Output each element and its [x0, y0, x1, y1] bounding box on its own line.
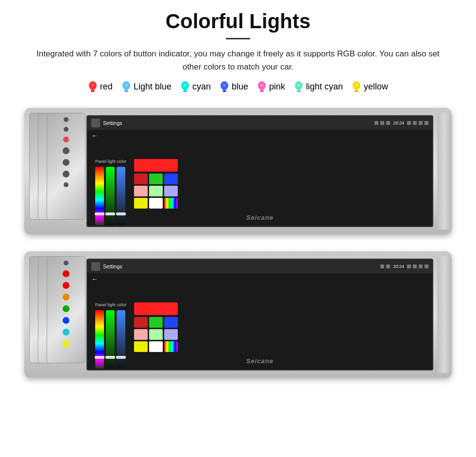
- red-bulb-icon: [88, 80, 98, 93]
- swatch-lightgreen: [149, 186, 163, 196]
- screen-icons-3: [380, 264, 390, 268]
- svg-rect-10: [183, 91, 187, 92]
- screen-2: Settings 20:24 ←: [86, 259, 433, 370]
- swatch-top-row-2: [134, 302, 178, 315]
- swatch-rainbow: [164, 198, 178, 209]
- swatch-white-2: [149, 341, 163, 352]
- screen-left-panel-2: Panel light color: [95, 302, 126, 369]
- icon-dot-4: [407, 121, 411, 125]
- svg-point-7: [125, 84, 128, 87]
- yellow-bulb-icon: [352, 80, 361, 93]
- swatch-blue-2: [164, 317, 178, 328]
- screen-right-swatches-2: [134, 302, 178, 369]
- rgb-slider-full: [95, 167, 104, 225]
- btn-rst-2c: [63, 270, 69, 277]
- btn-extra-3: [64, 182, 68, 187]
- swatch-yellow: [134, 198, 148, 209]
- device-row-2: Settings 20:24 ←: [19, 245, 457, 384]
- panel-light-label-1: Panel light color: [95, 159, 126, 164]
- btn-power-3: [63, 137, 69, 142]
- btn-extra2-2c: [63, 340, 69, 347]
- screen-home-icon-2: [91, 262, 100, 271]
- page-container: Colorful Lights Integrated with 7 colors…: [0, 0, 476, 457]
- slider-handle-2: [105, 212, 115, 215]
- icon-dot-7: [425, 121, 428, 125]
- swatch-row-2: [134, 186, 178, 196]
- icon-dot-10: [407, 264, 411, 268]
- screen-1: Settings 20:24: [86, 115, 433, 227]
- swatch-lightred-2: [134, 329, 148, 340]
- rgb-sliders-2: [95, 310, 126, 369]
- btn-vol-2c: [63, 317, 69, 324]
- screen-icons-4: [407, 264, 428, 268]
- icon-dot-6: [419, 121, 423, 125]
- swatch-row-1: [134, 174, 178, 184]
- color-item-cyan: cyan: [180, 80, 211, 93]
- swatch-darkred-2: [134, 317, 148, 328]
- screen-back-2: ←: [87, 273, 432, 285]
- icon-dot-12: [419, 264, 423, 268]
- btn-back-3: [63, 159, 69, 166]
- swatches-grid-2: [134, 317, 178, 352]
- svg-rect-26: [355, 91, 358, 92]
- description-text: Integrated with 7 colors of button indic…: [29, 47, 447, 73]
- swatch-lightblue: [164, 186, 178, 196]
- pink-bulb-icon: [257, 80, 267, 93]
- btn-rst-3: [64, 127, 68, 132]
- stereo-unit-1: Settings 20:24: [24, 108, 452, 234]
- screen-home-icon-1: [91, 119, 100, 127]
- svg-point-11: [184, 84, 187, 87]
- lightcyan-bulb-icon: [294, 80, 304, 93]
- slider-handle-5: [105, 356, 115, 359]
- svg-point-27: [355, 84, 358, 87]
- swatch-lightblue-2: [164, 329, 178, 340]
- icon-dot-1: [374, 121, 378, 125]
- watermark-2: Seicane: [246, 357, 273, 365]
- btn-mic-3: [64, 117, 68, 122]
- rgb-slider-green-2: [106, 310, 115, 369]
- slider-handle-4: [95, 356, 104, 359]
- icon-dot-8: [380, 264, 384, 268]
- rgb-slider-full-2: [95, 310, 104, 369]
- screen-time-1: 20:24: [393, 121, 404, 125]
- title-divider: [226, 38, 250, 39]
- color-label-blue: blue: [232, 82, 248, 92]
- swatch-row-5: [134, 329, 178, 340]
- swatch-top-row: [134, 159, 178, 172]
- swatch-yellow-2: [134, 341, 148, 352]
- swatch-row-6: [134, 341, 178, 352]
- screen-icons-2: [407, 121, 428, 125]
- screen-title-2: Settings: [103, 264, 377, 269]
- color-item-yellow: yellow: [352, 80, 388, 93]
- swatch-lightgreen-2: [149, 329, 163, 340]
- mount-right-2: [437, 256, 452, 373]
- color-label-pink: pink: [269, 82, 285, 92]
- icon-dot-5: [413, 121, 417, 125]
- screen-back-1: ←: [87, 130, 432, 141]
- cyan-bulb-icon: [180, 80, 190, 93]
- stereo-unit-2: Settings 20:24 ←: [24, 251, 452, 378]
- color-item-pink: pink: [257, 80, 285, 93]
- btn-home-3: [63, 147, 69, 154]
- btn-mic-2c: [64, 261, 68, 265]
- panel-stack-left-2: [29, 256, 83, 373]
- panel-card-2c: [47, 256, 85, 363]
- screen-title-1: Settings: [103, 120, 372, 126]
- blue-bulb-icon: [220, 80, 229, 93]
- panel-light-label-2: Panel light color: [95, 302, 126, 307]
- btn-vol-3: [63, 171, 69, 177]
- screen-topbar-1: Settings 20:24: [87, 116, 432, 130]
- rgb-slider-green: [106, 167, 115, 225]
- swatch-row-3: [134, 198, 178, 209]
- swatch-darkred: [134, 174, 148, 184]
- color-label-cyan: cyan: [192, 82, 211, 92]
- mount-right-1: [437, 113, 452, 229]
- device-row-1: Settings 20:24: [19, 102, 457, 240]
- color-legend: red Light blue cyan: [88, 80, 388, 93]
- btn-home-2c: [63, 294, 69, 300]
- screen-icons-1: [374, 121, 390, 125]
- rgb-sliders-1: [95, 167, 126, 225]
- swatch-green-2: [149, 317, 163, 328]
- svg-point-3: [91, 84, 94, 87]
- icon-dot-13: [425, 264, 428, 268]
